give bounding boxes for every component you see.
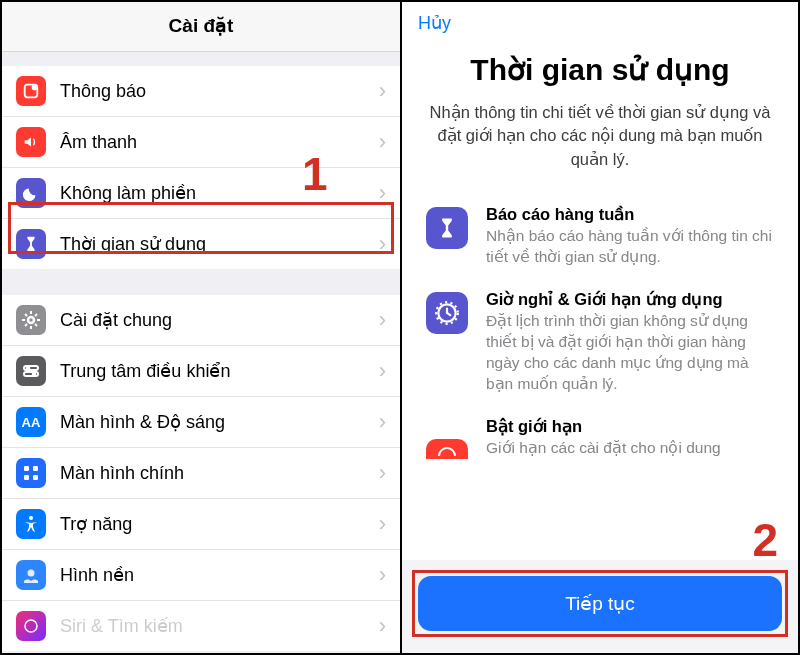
- section-gap: [2, 52, 400, 66]
- svg-point-22: [25, 620, 37, 632]
- limit-icon: [426, 439, 468, 459]
- settings-group-2: Cài đặt chung › Trung tâm điều khiển › A…: [2, 295, 400, 651]
- svg-line-8: [35, 324, 37, 326]
- home-screen-icon: [16, 458, 46, 488]
- hourglass-icon: [426, 207, 468, 249]
- row-label: Cài đặt chung: [60, 309, 379, 331]
- svg-point-25: [439, 448, 455, 456]
- row-label: Màn hình chính: [60, 463, 379, 484]
- row-sound[interactable]: Âm thanh ›: [2, 117, 400, 168]
- downtime-icon: [426, 292, 468, 334]
- row-label: Hình nền: [60, 564, 379, 586]
- chevron-right-icon: ›: [379, 562, 386, 588]
- page-title: Thời gian sử dụng: [418, 52, 782, 87]
- svg-point-13: [27, 367, 30, 370]
- feature-downtime: Giờ nghỉ & Giới hạn ứng dụng Đặt lịch tr…: [402, 282, 798, 409]
- feature-title: Giờ nghỉ & Giới hạn ứng dụng: [486, 290, 780, 309]
- chevron-right-icon: ›: [379, 307, 386, 333]
- sound-icon: [16, 127, 46, 157]
- row-label: Siri & Tìm kiếm: [60, 615, 379, 637]
- row-label: Thông báo: [60, 81, 379, 102]
- section-gap: [2, 269, 400, 295]
- row-label: Thời gian sử dụng: [60, 233, 379, 255]
- chevron-right-icon: ›: [379, 129, 386, 155]
- feature-limits: Bật giới hạn Giới hạn các cài đặt cho nộ…: [402, 409, 798, 463]
- row-dnd[interactable]: Không làm phiền ›: [2, 168, 400, 219]
- feature-desc: Đặt lịch trình thời gian không sử dụng t…: [486, 311, 780, 395]
- row-siri[interactable]: Siri & Tìm kiếm ›: [2, 601, 400, 651]
- continue-button[interactable]: Tiếp tục: [418, 576, 782, 631]
- svg-point-14: [33, 373, 36, 376]
- row-label: Không làm phiền: [60, 182, 379, 204]
- svg-point-21: [28, 570, 35, 577]
- row-display[interactable]: AA Màn hình & Độ sáng ›: [2, 397, 400, 448]
- screen-time-intro-pane: Hủy Thời gian sử dụng Nhận thông tin chi…: [402, 2, 798, 653]
- nav-bar: Hủy: [402, 2, 798, 34]
- chevron-right-icon: ›: [379, 409, 386, 435]
- row-general[interactable]: Cài đặt chung ›: [2, 295, 400, 346]
- row-label: Màn hình & Độ sáng: [60, 411, 379, 433]
- feature-title: Bật giới hạn: [486, 417, 780, 436]
- accessibility-icon: [16, 509, 46, 539]
- svg-rect-16: [24, 466, 29, 471]
- screentime-icon: [16, 229, 46, 259]
- siri-icon: [16, 611, 46, 641]
- svg-point-1: [32, 85, 38, 91]
- chevron-right-icon: ›: [379, 78, 386, 104]
- chevron-right-icon: ›: [379, 231, 386, 257]
- row-label: Trung tâm điều khiển: [60, 360, 379, 382]
- svg-rect-19: [33, 475, 38, 480]
- svg-point-2: [28, 317, 34, 323]
- dnd-icon: [16, 178, 46, 208]
- chevron-right-icon: ›: [379, 511, 386, 537]
- row-control-center[interactable]: Trung tâm điều khiển ›: [2, 346, 400, 397]
- svg-rect-18: [24, 475, 29, 480]
- svg-point-20: [29, 516, 33, 520]
- control-center-icon: [16, 356, 46, 386]
- row-screen-time[interactable]: Thời gian sử dụng ›: [2, 219, 400, 269]
- bottom-bar: Tiếp tục: [402, 560, 798, 653]
- row-home-screen[interactable]: Màn hình chính ›: [2, 448, 400, 499]
- feature-desc: Nhận báo cáo hàng tuần với thông tin chi…: [486, 226, 780, 268]
- settings-title: Cài đặt: [2, 2, 400, 52]
- display-icon: AA: [16, 407, 46, 437]
- notifications-icon: [16, 76, 46, 106]
- chevron-right-icon: ›: [379, 613, 386, 639]
- row-notifications[interactable]: Thông báo ›: [2, 66, 400, 117]
- page-subtitle: Nhận thông tin chi tiết về thời gian sử …: [422, 101, 778, 171]
- gear-icon: [16, 305, 46, 335]
- svg-rect-17: [33, 466, 38, 471]
- feature-desc: Giới hạn các cài đặt cho nội dung: [486, 438, 780, 459]
- chevron-right-icon: ›: [379, 358, 386, 384]
- row-accessibility[interactable]: Trợ năng ›: [2, 499, 400, 550]
- svg-text:AA: AA: [22, 415, 41, 430]
- svg-line-7: [25, 314, 27, 316]
- chevron-right-icon: ›: [379, 180, 386, 206]
- svg-line-9: [25, 324, 27, 326]
- annotation-step-2: 2: [752, 513, 778, 567]
- row-wallpaper[interactable]: Hình nền ›: [2, 550, 400, 601]
- feature-weekly-report: Báo cáo hàng tuần Nhận báo cáo hàng tuần…: [402, 197, 798, 282]
- row-label: Âm thanh: [60, 132, 379, 153]
- settings-group-1: Thông báo › Âm thanh › Không làm phiền ›: [2, 66, 400, 269]
- settings-pane: Cài đặt Thông báo › Âm thanh ›: [2, 2, 402, 653]
- feature-title: Báo cáo hàng tuần: [486, 205, 780, 224]
- cancel-button[interactable]: Hủy: [418, 13, 451, 33]
- svg-line-10: [35, 314, 37, 316]
- wallpaper-icon: [16, 560, 46, 590]
- row-label: Trợ năng: [60, 513, 379, 535]
- chevron-right-icon: ›: [379, 460, 386, 486]
